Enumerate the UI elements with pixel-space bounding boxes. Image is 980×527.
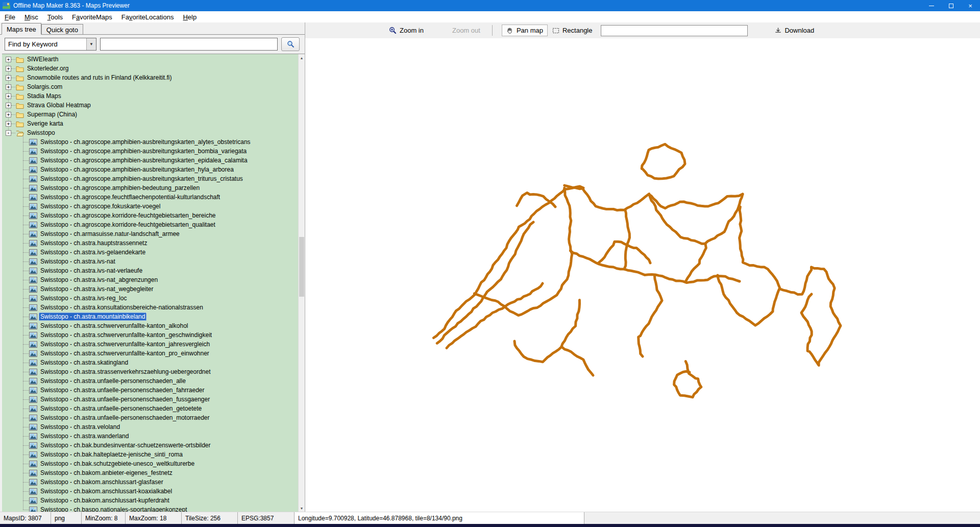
tree-folder-label: Skoterleder.org (26, 64, 70, 73)
scroll-up-icon[interactable]: ▲ (299, 54, 305, 61)
expand-icon[interactable]: + (6, 93, 11, 99)
map-icon (29, 497, 37, 504)
tree-map-row[interactable]: Swisstopo - ch.astra.veloland (2, 422, 298, 432)
search-button[interactable] (281, 37, 300, 51)
mtb-route-path (565, 188, 571, 250)
map-icon (29, 378, 37, 385)
tree-map-row[interactable]: Swisstopo - ch.agroscope.korridore-feuch… (2, 220, 298, 229)
tree-map-row[interactable]: Swisstopo - ch.astra.ivs-nat_wegbegleite… (2, 284, 298, 294)
map-icon (29, 369, 37, 375)
menu-item-help[interactable]: Help (178, 12, 201, 22)
tree-map-row[interactable]: Swisstopo - ch.agroscope.amphibien-ausbr… (2, 137, 298, 147)
zoom-out-label: Zoom out (452, 27, 480, 34)
expand-icon[interactable]: + (6, 103, 11, 108)
tree-map-row[interactable]: Swisstopo - ch.agroscope.amphibien-ausbr… (2, 165, 298, 174)
rectangle-button[interactable]: Rectangle (548, 25, 597, 36)
maximize-button[interactable] (941, 0, 961, 11)
tree-map-row[interactable]: Swisstopo - ch.astra.ivs-nat (2, 257, 298, 266)
chevron-down-icon[interactable]: ▼ (86, 38, 96, 50)
tree-map-row[interactable]: Swisstopo - ch.astra.unfaelle-personensc… (2, 395, 298, 404)
tree-map-row[interactable]: Swisstopo - ch.astra.ivs-nat_abgrenzunge… (2, 275, 298, 284)
tree-map-row[interactable]: Swisstopo - ch.astra.unfaelle-personensc… (2, 376, 298, 386)
tree-map-row[interactable]: Swisstopo - ch.bakom.anschlussart-glasfa… (2, 477, 298, 487)
tree-map-row[interactable]: Swisstopo - ch.agroscope.fokuskarte-voeg… (2, 202, 298, 211)
tree-map-row[interactable]: Swisstopo - ch.astra.ivs-reg_loc (2, 294, 298, 303)
expand-icon[interactable]: + (6, 57, 11, 62)
tree-map-row[interactable]: Swisstopo - ch.agroscope.amphibien-ausbr… (2, 156, 298, 165)
expand-icon[interactable]: + (6, 84, 11, 90)
tree-scrollbar[interactable]: ▲ ▼ (298, 54, 305, 512)
tree-map-row[interactable]: Swisstopo - ch.astra.skatingland (2, 358, 298, 367)
tree-map-row[interactable]: Swisstopo - ch.astra.unfaelle-personensc… (2, 413, 298, 422)
tree-map-row[interactable]: Swisstopo - ch.astra.strassenverkehrszae… (2, 367, 298, 376)
collapse-icon[interactable]: - (6, 130, 11, 136)
map-icon (29, 295, 37, 302)
tab-quick-goto[interactable]: Quick goto (41, 24, 83, 34)
close-button[interactable]: × (961, 0, 980, 11)
tree-map-row[interactable]: Swisstopo - ch.bakom.anbieter-eigenes_fe… (2, 468, 298, 477)
menu-item-misc[interactable]: Misc (20, 12, 43, 22)
tree-map-label: Swisstopo - ch.agroscope.amphibien-ausbr… (39, 147, 248, 155)
expand-icon[interactable]: + (6, 75, 11, 81)
menu-item-favoritelocations[interactable]: FavoriteLocations (117, 12, 179, 22)
menu-item-file[interactable]: File (0, 12, 20, 22)
tree-folder-row[interactable]: +Sverige karta (2, 119, 298, 128)
tree-map-row[interactable]: Swisstopo - ch.astra.unfaelle-personensc… (2, 404, 298, 413)
map-icon (29, 203, 37, 210)
tree-map-row[interactable]: Swisstopo - ch.agroscope.feuchtflaechenp… (2, 193, 298, 202)
find-mode-select[interactable]: Find by Keyword ▼ (5, 38, 96, 51)
tree-map-row[interactable]: Swisstopo - ch.bakom.anschlussart-koaxia… (2, 487, 298, 496)
tree-map-row[interactable]: Swisstopo - ch.astra.schwerverunfallte-k… (2, 330, 298, 340)
tree-map-row[interactable]: Swisstopo - ch.astra.mountainbikeland (2, 312, 298, 321)
tree-map-row[interactable]: Swisstopo - ch.agroscope.amphibien-ausbr… (2, 147, 298, 156)
download-button[interactable]: Download (770, 25, 819, 36)
expand-icon[interactable]: + (6, 112, 11, 117)
tree-folder-row[interactable]: +Skoterleder.org (2, 64, 298, 73)
tree-folder-row[interactable]: +Stadia Maps (2, 91, 298, 101)
scroll-down-icon[interactable]: ▼ (299, 505, 305, 512)
map-canvas[interactable] (305, 38, 980, 512)
tree-folder-row[interactable]: +Supermap (China) (2, 110, 298, 119)
tree-map-row[interactable]: Swisstopo - ch.baspo.nationales-sportanl… (2, 505, 298, 512)
tree-map-row[interactable]: Swisstopo - ch.bak.schutzgebiete-unesco_… (2, 459, 298, 468)
tree-map-row[interactable]: Swisstopo - ch.astra.ivs-gelaendekarte (2, 248, 298, 257)
tree-folder-row[interactable]: +Snowmobile routes and ruts in Finland (… (2, 73, 298, 82)
map-icon (29, 415, 37, 421)
tree-map-row[interactable]: Swisstopo - ch.armasuisse.natur-landscha… (2, 229, 298, 238)
tree-folder-row[interactable]: -Swisstopo (2, 128, 298, 137)
tree-map-label: Swisstopo - ch.astra.strassenverkehrszae… (39, 368, 212, 376)
tree-map-row[interactable]: Swisstopo - ch.astra.hauptstrassennetz (2, 238, 298, 248)
scrollbar-thumb[interactable] (299, 237, 304, 296)
tree-map-row[interactable]: Swisstopo - ch.bak.bundesinventar-schuet… (2, 441, 298, 450)
tree-map-label: Swisstopo - ch.agroscope.korridore-feuch… (39, 211, 217, 220)
tree-map-row[interactable]: Swisstopo - ch.bakom.anschlussart-kupfer… (2, 496, 298, 505)
menu-item-favoritemaps[interactable]: FavoriteMaps (67, 12, 117, 22)
minimize-button[interactable] (922, 0, 941, 11)
menu-item-tools[interactable]: Tools (43, 12, 67, 22)
tree-map-label: Swisstopo - ch.astra.ivs-nat-verlaeufe (39, 267, 144, 275)
tree-map-row[interactable]: Swisstopo - ch.agroscope.amphibien-bedeu… (2, 183, 298, 193)
tree-map-row[interactable]: Swisstopo - ch.astra.unfaelle-personensc… (2, 386, 298, 395)
expand-icon[interactable]: + (6, 121, 11, 127)
folder-icon (16, 65, 24, 72)
pan-map-button[interactable]: Pan map (502, 25, 548, 36)
tree-map-row[interactable]: Swisstopo - ch.astra.ivs-nat-verlaeufe (2, 266, 298, 275)
toolbar-input[interactable] (601, 25, 748, 36)
tree-map-row[interactable]: Swisstopo - ch.astra.wanderland (2, 432, 298, 441)
tree-map-row[interactable]: Swisstopo - ch.astra.konsultationsbereic… (2, 303, 298, 312)
map-icon (29, 139, 37, 146)
expand-icon[interactable]: + (6, 66, 11, 71)
tree-folder-row[interactable]: +Solargis.com (2, 82, 298, 91)
tab-maps-tree[interactable]: Maps tree (2, 23, 41, 35)
tree-folder-row[interactable]: +Strava Global Heatmap (2, 101, 298, 110)
tree-map-row[interactable]: Swisstopo - ch.astra.schwerverunfallte-k… (2, 321, 298, 330)
tree-map-label: Swisstopo - ch.bak.schutzgebiete-unesco_… (39, 460, 196, 468)
zoom-in-button[interactable]: Zoom in (384, 25, 428, 36)
search-input[interactable] (100, 38, 278, 51)
tree-map-row[interactable]: Swisstopo - ch.astra.schwerverunfallte-k… (2, 349, 298, 358)
tree-map-row[interactable]: Swisstopo - ch.bak.halteplaetze-jenische… (2, 450, 298, 459)
tree-folder-row[interactable]: +SIWEIearth (2, 55, 298, 64)
tree-map-row[interactable]: Swisstopo - ch.astra.schwerverunfallte-k… (2, 340, 298, 349)
tree-map-row[interactable]: Swisstopo - ch.agroscope.amphibien-ausbr… (2, 174, 298, 183)
tree-map-row[interactable]: Swisstopo - ch.agroscope.korridore-feuch… (2, 211, 298, 220)
